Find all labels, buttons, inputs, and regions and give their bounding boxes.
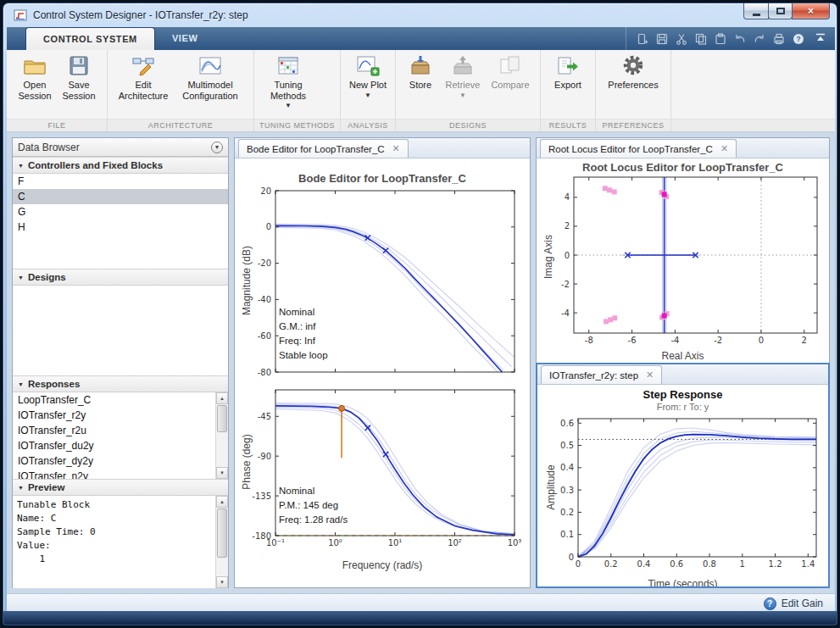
help-icon[interactable]: ?	[793, 33, 804, 45]
list-item[interactable]: LoopTransfer_C	[13, 392, 228, 408]
export-icon	[556, 54, 580, 78]
phase-margin-annotation: Nominal P.M.: 145 deg Freq: 1.28 rad/s	[279, 484, 348, 527]
copy-icon[interactable]	[695, 33, 707, 45]
tab-label: Bode Editor for LoopTransfer_C	[247, 144, 385, 154]
minimize-button[interactable]	[743, 3, 769, 19]
bode-phase-plot[interactable]: 10⁻¹10⁰10¹10²10³-45-90-135-180	[240, 386, 526, 554]
close-icon[interactable]: ✕	[392, 143, 400, 154]
ribbon-section-designs: Store Retrieve ▼ Compare DESIGNS	[396, 50, 541, 131]
step-response-plot[interactable]: 00.20.40.60.811.21.400.10.20.30.40.50.6	[541, 415, 825, 574]
edit-gain-help-icon[interactable]: ?	[764, 597, 776, 610]
titlebar[interactable]: Control System Designer - IOTransfer_r2y…	[3, 3, 837, 27]
save-icon[interactable]	[656, 33, 668, 45]
phase-axis-label: Phase (deg)	[241, 394, 253, 530]
section-label-designs: DESIGNS	[396, 119, 540, 131]
svg-text:0: 0	[576, 559, 581, 569]
open-session-button[interactable]: Open Session	[14, 54, 55, 101]
tab-bode-editor[interactable]: Bode Editor for LoopTransfer_C ✕	[238, 139, 409, 158]
tab-step-response[interactable]: IOTransfer_r2y: step ✕	[541, 365, 662, 384]
multimodel-configuration-button[interactable]: Multimodel Configuration	[175, 54, 246, 101]
svg-text:-180: -180	[252, 531, 271, 541]
svg-text:2: 2	[565, 221, 570, 231]
scrollbar-thumb[interactable]	[217, 509, 227, 558]
new-plot-button[interactable]: New Plot ▼	[348, 54, 387, 99]
collapse-toolstrip-icon[interactable]	[815, 32, 826, 44]
svg-text:1.4: 1.4	[801, 559, 815, 569]
root-locus-panel: Root Locus Editor for LoopTransfer_C ✕ R…	[536, 137, 830, 364]
tab-root-locus-editor[interactable]: Root Locus Editor for LoopTransfer_C ✕	[540, 139, 737, 158]
new-document-icon[interactable]	[637, 33, 648, 45]
tuning-methods-button[interactable]: Tuning Methods ▼	[262, 54, 314, 109]
window-title: Control System Designer - IOTransfer_r2y…	[33, 9, 248, 21]
retrieve-button[interactable]: Retrieve ▼	[441, 54, 485, 99]
svg-text:-2: -2	[714, 336, 722, 345]
scroll-up-icon[interactable]: ▲	[216, 496, 228, 508]
section-preview[interactable]: ▼ Preview	[13, 479, 228, 496]
tab-control-system[interactable]: CONTROL SYSTEM	[25, 27, 155, 50]
multimodel-configuration-icon	[198, 54, 222, 78]
scroll-up-icon[interactable]: ▲	[216, 392, 228, 404]
compare-button[interactable]: Compare	[488, 54, 532, 91]
maximize-button[interactable]	[768, 3, 793, 19]
close-icon[interactable]: ✕	[646, 370, 654, 381]
svg-text:4: 4	[565, 192, 570, 202]
section-designs[interactable]: ▼ Designs	[13, 269, 228, 286]
ribbon-section-preferences: Preferences PREFERENCES	[596, 50, 671, 131]
paste-icon[interactable]	[715, 33, 726, 45]
chevron-circle-icon[interactable]: ▼	[211, 142, 223, 153]
section-label-tuning-methods: TUNING METHODS	[254, 119, 340, 131]
root-locus-tabstrip: Root Locus Editor for LoopTransfer_C ✕	[537, 138, 829, 158]
tab-view[interactable]: VIEW	[155, 27, 215, 50]
scrollbar[interactable]: ▲ ▼	[215, 392, 228, 479]
scrollbar[interactable]: ▲ ▼	[215, 496, 228, 588]
list-item[interactable]: H	[13, 220, 228, 235]
store-button[interactable]: Store	[403, 54, 437, 91]
gain-margin-annotation: Nominal G.M.: inf Freq: Inf Stable loop	[279, 305, 328, 363]
svg-text:0.6: 0.6	[670, 559, 683, 569]
list-item[interactable]: IOTransfer_du2y	[13, 438, 228, 453]
list-item[interactable]: IOTransfer_n2y	[13, 469, 228, 479]
list-item[interactable]: IOTransfer_r2y	[13, 408, 228, 423]
svg-text:-45: -45	[258, 412, 271, 421]
preferences-button[interactable]: Preferences	[604, 54, 663, 91]
ribbon-section-analysis: New Plot ▼ ANALYSIS	[341, 50, 396, 131]
svg-text:-40: -40	[258, 295, 271, 304]
list-item[interactable]: IOTransfer_r2u	[13, 423, 228, 438]
svg-text:10²: 10²	[448, 538, 462, 547]
svg-text:-80: -80	[258, 368, 271, 376]
section-responses[interactable]: ▼ Responses	[13, 375, 228, 392]
edit-architecture-icon	[131, 54, 155, 78]
edit-gain-label[interactable]: Edit Gain	[782, 597, 823, 609]
list-item[interactable]: F	[13, 174, 228, 189]
step-response-panel: IOTransfer_r2y: step ✕ Step Response Fro…	[536, 363, 830, 588]
amplitude-axis-label: Amplitude	[545, 420, 557, 555]
button-label: Compare	[491, 80, 529, 91]
svg-text:10³: 10³	[508, 538, 522, 547]
svg-text:10¹: 10¹	[388, 538, 403, 547]
list-item-selected[interactable]: C	[13, 189, 228, 204]
root-locus-plot[interactable]: -8-6-4-202-4-2024	[540, 175, 827, 355]
collapse-triangle-icon: ▼	[18, 163, 24, 169]
list-item[interactable]: IOTransfer_dy2y	[13, 453, 228, 469]
redo-icon[interactable]	[754, 33, 765, 45]
save-session-button[interactable]: Save Session	[58, 54, 99, 101]
edit-architecture-button[interactable]: Edit Architecture	[115, 54, 171, 101]
button-label: New Plot	[349, 80, 387, 91]
svg-text:?: ?	[796, 35, 800, 43]
undo-icon[interactable]	[734, 33, 746, 45]
scrollbar-thumb[interactable]	[217, 405, 227, 432]
close-icon[interactable]: ✕	[720, 143, 728, 154]
export-button[interactable]: Export	[548, 54, 587, 91]
section-title: Preview	[28, 482, 64, 492]
print-icon[interactable]	[773, 33, 785, 45]
frequency-axis-label: Frequency (rad/s)	[235, 559, 530, 571]
close-button[interactable]: ×	[792, 3, 830, 19]
svg-text:1: 1	[740, 559, 745, 569]
list-item[interactable]: G	[13, 204, 228, 220]
scroll-down-icon[interactable]: ▼	[216, 467, 228, 479]
scroll-down-icon[interactable]: ▼	[216, 576, 228, 588]
cut-icon[interactable]	[676, 33, 687, 45]
section-controllers[interactable]: ▼ Controllers and Fixed Blocks	[13, 157, 228, 174]
status-bar: ? Edit Gain	[7, 593, 835, 613]
controllers-list: F C G H	[13, 174, 228, 269]
